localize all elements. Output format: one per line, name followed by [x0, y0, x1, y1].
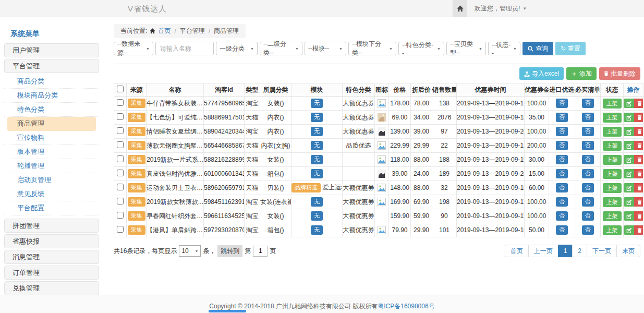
status-button[interactable]: 上架	[603, 99, 622, 109]
row-checkbox[interactable]	[117, 184, 124, 190]
per-page-select[interactable]: 10 ▼	[179, 245, 201, 257]
edit-button[interactable]	[624, 113, 634, 122]
must-buy-toggle[interactable]: 否	[582, 141, 594, 150]
row-checkbox[interactable]	[117, 155, 124, 162]
search-button[interactable]: 查询	[523, 42, 553, 55]
edit-button[interactable]	[624, 99, 634, 108]
row-checkbox[interactable]	[117, 113, 124, 120]
must-buy-toggle[interactable]: 否	[582, 183, 594, 192]
module-badge[interactable]: 无	[311, 225, 323, 234]
row-checkbox[interactable]	[117, 99, 124, 106]
pagination-button[interactable]: 首页	[505, 245, 529, 257]
status-button[interactable]: 上架	[603, 113, 622, 123]
home-button[interactable]	[453, 0, 467, 17]
row-checkbox[interactable]	[117, 212, 124, 219]
import-select-toggle[interactable]: 否	[556, 183, 568, 192]
delete-button[interactable]	[634, 99, 643, 108]
sidebar-subitem[interactable]: 平台配置	[4, 201, 99, 215]
status-button[interactable]: 上架	[603, 225, 622, 235]
jump-page-input[interactable]	[253, 246, 268, 257]
module-badge[interactable]: 无	[311, 169, 323, 178]
status-button[interactable]: 上架	[603, 169, 622, 179]
must-buy-toggle[interactable]: 否	[582, 99, 594, 107]
module-badge[interactable]: 无	[311, 211, 323, 220]
must-buy-toggle[interactable]: 否	[582, 225, 594, 234]
sidebar-group[interactable]: 订单管理	[4, 266, 99, 280]
filter-module[interactable]: --模块--▼	[305, 42, 346, 55]
module-badge[interactable]: 无	[311, 141, 323, 150]
edit-button[interactable]	[624, 169, 634, 178]
row-checkbox[interactable]	[117, 127, 124, 134]
delete-button[interactable]	[634, 211, 643, 221]
module-badge[interactable]: 无	[311, 197, 323, 206]
import-select-toggle[interactable]: 否	[556, 127, 568, 136]
sidebar-group[interactable]: 消息管理	[4, 250, 99, 264]
select-all-checkbox[interactable]	[117, 86, 124, 92]
delete-button[interactable]	[634, 169, 643, 178]
sidebar-subitem[interactable]: 模块商品分类	[4, 89, 99, 103]
sidebar-subitem[interactable]: 商品分类	[4, 75, 99, 89]
sidebar-subitem[interactable]: 意见反馈	[4, 187, 99, 201]
row-checkbox[interactable]	[117, 170, 124, 176]
status-button[interactable]: 上架	[603, 197, 622, 207]
must-buy-toggle[interactable]: 否	[582, 211, 594, 220]
module-badge[interactable]: 无	[311, 127, 323, 136]
delete-button[interactable]	[634, 183, 643, 192]
status-button[interactable]: 上架	[603, 155, 622, 165]
filter-status[interactable]: --状态--▼	[488, 42, 520, 55]
pagination-button[interactable]: 末页	[616, 245, 640, 257]
import-select-toggle[interactable]: 否	[556, 225, 568, 234]
edit-button[interactable]	[624, 211, 634, 221]
user-menu[interactable]: 欢迎您，管理员! ▼	[475, 4, 527, 13]
module-badge[interactable]: 无	[311, 155, 323, 164]
import-select-toggle[interactable]: 否	[556, 211, 568, 220]
must-buy-toggle[interactable]: 否	[582, 113, 594, 122]
delete-button[interactable]	[634, 127, 643, 136]
edit-button[interactable]	[624, 183, 634, 192]
breadcrumb-home-link[interactable]: 首页	[158, 27, 171, 35]
must-buy-toggle[interactable]: 否	[582, 155, 594, 164]
pagination-button[interactable]: 1	[558, 245, 573, 257]
pagination-button[interactable]: 2	[572, 245, 587, 257]
delete-button[interactable]	[634, 197, 643, 207]
sidebar-group[interactable]: 兑换管理	[4, 281, 99, 295]
status-button[interactable]: 上架	[603, 183, 622, 193]
add-button[interactable]: ＋ 添加	[566, 67, 597, 80]
must-buy-toggle[interactable]: 否	[582, 127, 594, 136]
sidebar-subitem[interactable]: 版本管理	[4, 145, 99, 159]
sidebar-group[interactable]: 省惠快报	[4, 234, 99, 248]
sidebar-subitem[interactable]: 轮播管理	[4, 159, 99, 173]
import-select-toggle[interactable]: 否	[556, 155, 568, 164]
filter-data-source[interactable]: --数据来源--▼	[114, 42, 153, 55]
status-button[interactable]: 上架	[603, 211, 622, 221]
must-buy-toggle[interactable]: 否	[582, 169, 594, 178]
edit-button[interactable]	[624, 141, 634, 150]
import-excel-button[interactable]: 导入excel	[519, 67, 564, 80]
filter-feature-category[interactable]: --特色分类--▼	[398, 42, 444, 55]
jump-button[interactable]: 跳转到	[217, 245, 242, 257]
icp-link[interactable]: 粤ICP备16098006号	[378, 303, 434, 310]
module-badge[interactable]: 无	[311, 113, 323, 122]
row-checkbox[interactable]	[117, 198, 124, 204]
delete-button[interactable]	[634, 155, 643, 164]
reset-button[interactable]: ↻ 重置	[555, 42, 586, 55]
status-button[interactable]: 上架	[603, 127, 622, 137]
horizontal-scrollbar-thumb[interactable]	[209, 310, 246, 312]
delete-button[interactable]	[634, 225, 643, 235]
edit-button[interactable]	[624, 225, 634, 235]
import-select-toggle[interactable]: 否	[556, 141, 568, 150]
row-checkbox[interactable]	[117, 226, 124, 233]
sidebar-subitem[interactable]: 商品管理	[7, 117, 96, 131]
import-select-toggle[interactable]: 否	[556, 113, 568, 122]
must-buy-toggle[interactable]: 否	[582, 197, 594, 206]
batch-delete-button[interactable]: 批量删除	[599, 67, 640, 80]
sidebar-group[interactable]: 拼团管理	[4, 219, 99, 233]
pagination-button[interactable]: 上一页	[528, 245, 558, 257]
sidebar-group[interactable]: 平台管理	[4, 59, 99, 73]
delete-button[interactable]	[634, 113, 643, 122]
row-checkbox[interactable]	[117, 141, 124, 148]
filter-item-type[interactable]: --宝贝类型--▼	[446, 42, 486, 55]
delete-button[interactable]	[634, 141, 643, 150]
sidebar-subitem[interactable]: 宣传物料	[4, 131, 99, 145]
edit-button[interactable]	[624, 197, 634, 207]
